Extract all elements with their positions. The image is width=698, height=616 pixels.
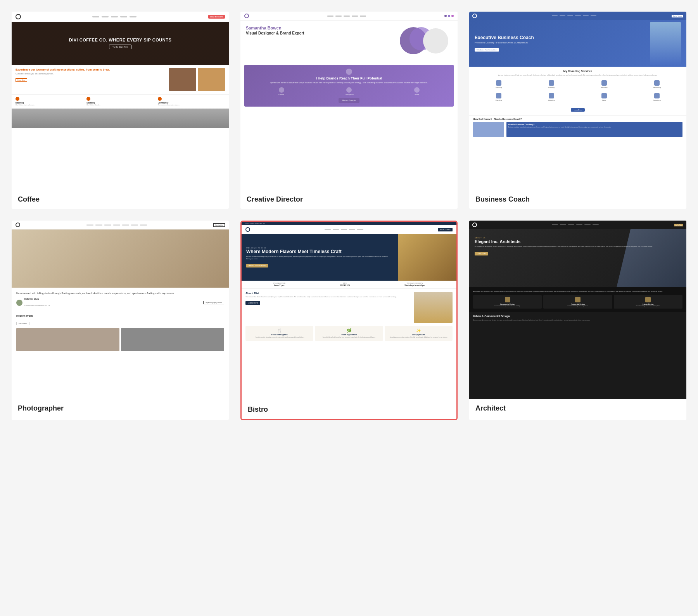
- bc-photo-bg: [650, 22, 681, 65]
- bc-hero-text: Executive Business Coach Professional Co…: [475, 35, 644, 52]
- bc-question-img: [473, 122, 504, 137]
- bc-question-heading: How Do I Know If I Need a Business Coach…: [473, 118, 682, 120]
- arch-hero-title: Elegant Inc. Architects: [475, 239, 653, 244]
- coffee-roast-icon: [16, 97, 19, 101]
- bistro-nav-links: [325, 229, 363, 230]
- coffee-bottom-img: [12, 109, 229, 128]
- bc-service-branding: Branding: [473, 91, 524, 103]
- bistro-top-bar: LOVED FOR GENERATIONS: [242, 222, 456, 225]
- coffee-nav-links: [92, 16, 136, 17]
- bc-question: How Do I Know If I Need a Business Coach…: [469, 115, 686, 140]
- arch-bottom: Urban & Commercial Design As an urban & …: [469, 312, 686, 324]
- cd-book-btn: Book a Sample: [339, 98, 359, 103]
- arch-service-grid: Commercial Design Our commercial design …: [473, 295, 682, 309]
- arch-hero-text: ABOUT US Elegant Inc. Architects At Eleg…: [475, 237, 653, 256]
- coffee-feature-sourcing: Sourcing Our Coffee blends...: [86, 97, 154, 106]
- card-business-coach[interactable]: Get in Touch Executive Business Coach Pr…: [469, 12, 686, 209]
- arch-service-residential: Residential Design Our residential desig…: [543, 295, 612, 309]
- arch-nav: Let's Talk: [469, 221, 686, 229]
- coffee-feature-roasting-desc: Our Coffee starts with care...: [16, 104, 83, 106]
- bistro-preview: LOVED FOR GENERATIONS BOOK A TABLE WELCO…: [242, 222, 456, 400]
- bc-service-planning: Planning: [526, 79, 577, 90]
- arch-services-text: At Elegant Inc. Architects is a premier …: [473, 290, 682, 293]
- ph-profile-btn: My Photography Profile: [203, 301, 224, 304]
- coffee-hero-btn: Try the Store Now: [109, 45, 131, 49]
- cd-service-brand: Brand: [414, 87, 420, 96]
- ph-intro: I'm obsessed with telling stories throug…: [12, 288, 229, 311]
- bc-networking-icon: [654, 80, 660, 86]
- bc-service-networking: Networking: [631, 79, 682, 90]
- bc-hero-btn: Schedule a Free Consultation: [475, 48, 499, 52]
- arch-services: At Elegant Inc. Architects is a premier …: [469, 287, 686, 312]
- cd-preview: Samantha Bowen Visual Designer & Brand E…: [240, 12, 458, 190]
- bistro-about-img: [414, 292, 453, 323]
- cd-hero: Samantha Bowen Visual Designer & Brand E…: [240, 21, 458, 62]
- coffee-feature-sourcing-desc: Our Coffee blends...: [86, 104, 154, 106]
- bistro-fresh-icon: 🌿: [317, 328, 380, 333]
- bc-hiring-icon: [601, 93, 607, 98]
- bc-question-subheading: What Is Business Coaching?: [508, 123, 681, 126]
- bc-logo: [472, 14, 477, 18]
- ph-work: Recent Work Full Portfolio: [12, 311, 229, 354]
- arch-urban-desc: As an urban & commercial design firm, we…: [473, 319, 682, 321]
- coffee-features: Roasting Our Coffee starts with care... …: [12, 94, 229, 109]
- ph-author-text: Hello! I'm Olivia Professional Photograp…: [24, 298, 50, 308]
- bc-hero-subtitle: Professional Coaching For Business Owner…: [475, 41, 644, 44]
- bc-research-icon: [601, 80, 607, 86]
- coffee-img-2: [198, 68, 225, 91]
- bc-service-operations: Operations: [631, 91, 682, 103]
- arch-hero: ABOUT US Elegant Inc. Architects At Eleg…: [469, 229, 686, 287]
- bistro-food-title: Food Reimagined: [248, 333, 311, 336]
- bc-operations-label: Operations: [633, 99, 681, 101]
- card-creative-director[interactable]: Samantha Bowen Visual Designer & Brand E…: [240, 12, 458, 209]
- cd-purple-heading: I Help Brands Reach Their Full Potential: [248, 76, 450, 80]
- bistro-reserve-btn: MAKE A RESERVATION: [246, 264, 268, 267]
- bc-learn-btn: Learn More: [571, 108, 585, 112]
- ph-author: Hello! I'm Olivia Professional Photograp…: [16, 298, 224, 308]
- bistro-hero-title: Where Modern Flavors Meet Timeless Craft: [246, 249, 390, 254]
- bistro-info-date-value: 12/04/2025: [340, 284, 350, 286]
- bc-networking-label: Networking: [633, 86, 681, 88]
- bc-question-content: What Is Business Coaching? Business coac…: [473, 122, 682, 137]
- arch-hero-desc: At Elegant Inc. Architects, we are dedic…: [475, 245, 653, 248]
- card-photographer[interactable]: Contact Us I'm obsessed with telling sto…: [12, 221, 229, 420]
- bc-branding-icon: [496, 93, 501, 98]
- bc-operations-icon: [654, 93, 660, 98]
- bc-planning-label: Planning: [527, 86, 575, 88]
- bc-label: Business Coach: [469, 190, 686, 209]
- cd-avatar-icon: [346, 69, 352, 75]
- card-architect[interactable]: Let's Talk ABOUT US Elegant Inc. Archite…: [469, 221, 686, 420]
- bistro-about-desc: The Casual Divi Bistro has been satisfyi…: [245, 296, 411, 298]
- bc-question-desc: Business coaching is a collaborative pro…: [508, 126, 681, 128]
- bistro-fresh-desc: None this like a fresh bread hot from ou…: [317, 336, 380, 338]
- bc-hero-photo: [650, 22, 681, 65]
- bistro-hero-desc: At Divi, we blend contemporary cuisine w…: [246, 255, 390, 260]
- bc-service-marketing: Marketing: [526, 91, 577, 103]
- bc-service-visioning: Visioning: [473, 79, 524, 90]
- bistro-feature-fresh: 🌿 Fresh Ingredients None this like a fre…: [315, 326, 383, 341]
- coffee-section-desc: Our coffee invites you on a sensory jour…: [16, 72, 167, 75]
- arch-residential-desc: Our residential design services prioriti…: [545, 305, 610, 307]
- bc-services-heading: My Coaching Services: [473, 70, 682, 72]
- ph-images: [16, 328, 224, 351]
- cd-brand-icon: [414, 87, 420, 93]
- bistro-nav-btn: BOOK A TABLE: [438, 228, 453, 231]
- arch-nav-btn: Let's Talk: [674, 224, 683, 226]
- arch-nav-links: [552, 224, 599, 225]
- bistro-about: About Divi The Casual Divi Bistro has be…: [242, 289, 456, 326]
- card-coffee[interactable]: Shop the Store DIVI COFFEE CO. WHERE EVE…: [12, 12, 229, 209]
- bistro-top-text: LOVED FOR GENERATIONS: [245, 223, 265, 224]
- cd-creative-icon: [279, 87, 284, 93]
- arch-residential-icon: [575, 297, 581, 302]
- coffee-img-1: [169, 68, 196, 91]
- ph-hero: [12, 229, 229, 288]
- template-grid: Shop the Store DIVI COFFEE CO. WHERE EVE…: [12, 12, 686, 420]
- cd-service-photography: Photography: [345, 87, 354, 96]
- bc-service-grid: Visioning Planning Research Networking: [473, 79, 682, 103]
- ph-nav-btn: Contact Us: [213, 223, 225, 227]
- bistro-about-heading: About Divi: [245, 292, 411, 295]
- bc-question-text: What Is Business Coaching? Business coac…: [506, 122, 682, 137]
- bc-visioning-label: Visioning: [475, 86, 523, 88]
- card-bistro[interactable]: LOVED FOR GENERATIONS BOOK A TABLE WELCO…: [240, 221, 458, 420]
- arch-hero-btn: LET'S CHAT: [475, 252, 488, 255]
